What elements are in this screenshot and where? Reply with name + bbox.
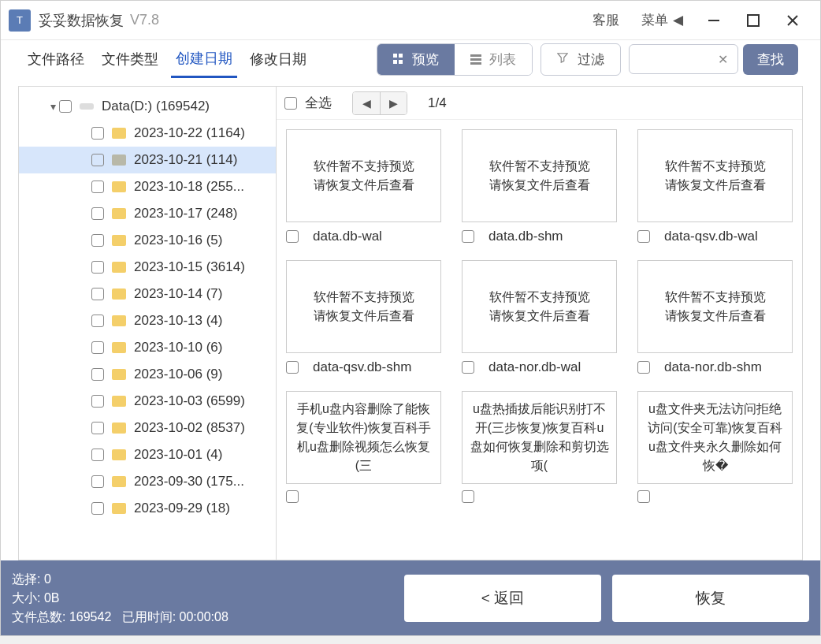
close-button[interactable] bbox=[773, 1, 812, 40]
file-card[interactable]: 软件暂不支持预览请恢复文件后查看 data.db-shm bbox=[462, 129, 617, 244]
file-name: data-qsv.db-shm bbox=[313, 359, 411, 375]
folder-tree[interactable]: ▾ Data(D:) (169542) 2023-10-22 (1164) 20… bbox=[18, 86, 277, 560]
file-checkbox[interactable] bbox=[286, 361, 299, 374]
recover-button[interactable]: 恢复 bbox=[612, 575, 809, 622]
tree-item[interactable]: 2023-10-22 (1164) bbox=[19, 120, 276, 147]
chevron-down-icon: ▾ bbox=[50, 100, 56, 113]
file-card[interactable]: 软件暂不支持预览请恢复文件后查看 data-qsv.db-shm bbox=[286, 260, 441, 375]
tree-item-count: (1164) bbox=[206, 125, 245, 141]
tree-item[interactable]: 2023-10-03 (6599) bbox=[19, 388, 276, 415]
filter-button[interactable]: 过滤 bbox=[541, 43, 621, 76]
disk-icon bbox=[80, 103, 94, 110]
tab-created-date[interactable]: 创建日期 bbox=[171, 41, 237, 78]
tree-checkbox[interactable] bbox=[91, 207, 104, 220]
file-card[interactable]: 软件暂不支持预览请恢复文件后查看 data-nor.db-wal bbox=[462, 260, 617, 375]
file-checkbox[interactable] bbox=[462, 490, 474, 503]
folder-icon bbox=[112, 181, 126, 192]
tree-root[interactable]: ▾ Data(D:) (169542) bbox=[19, 93, 276, 120]
file-card[interactable]: 软件暂不支持预览请恢复文件后查看 data-nor.db-shm bbox=[637, 260, 793, 375]
folder-icon bbox=[112, 208, 126, 219]
prev-page-button[interactable]: ◀ bbox=[353, 92, 380, 114]
tree-checkbox[interactable] bbox=[91, 449, 104, 461]
tree-checkbox[interactable] bbox=[91, 395, 104, 408]
tree-item[interactable]: 2023-10-15 (3614) bbox=[19, 254, 276, 281]
toolbar: 文件路径 文件类型 创建日期 修改日期 预览 列表 过滤 ✕ 查找 bbox=[1, 40, 820, 78]
tab-file-path[interactable]: 文件路径 bbox=[23, 42, 89, 76]
footer-info: 选择: 0 大小: 0B 文件总数: 169542 已用时间: 00:00:08 bbox=[12, 570, 228, 627]
file-checkbox[interactable] bbox=[637, 361, 650, 374]
tree-checkbox[interactable] bbox=[91, 341, 104, 354]
file-card[interactable]: u盘热插拔后能识别打不开(三步恢复)恢复百科u盘如何恢复删除和剪切选项( bbox=[462, 391, 617, 503]
tab-modified-date[interactable]: 修改日期 bbox=[245, 42, 311, 76]
file-thumbnail: 软件暂不支持预览请恢复文件后查看 bbox=[286, 260, 441, 353]
tree-item[interactable]: 2023-09-30 (175... bbox=[19, 468, 276, 495]
tree-item[interactable]: 2023-10-16 (5) bbox=[19, 227, 276, 254]
tree-checkbox[interactable] bbox=[91, 234, 104, 247]
tree-checkbox[interactable] bbox=[91, 127, 104, 140]
file-card[interactable]: u盘文件夹无法访问拒绝访问(安全可靠)恢复百科u盘文件夹永久删除如何恢� bbox=[637, 391, 793, 503]
tree-item-label: 2023-10-10 bbox=[134, 340, 202, 356]
tree-item-label: 2023-10-13 bbox=[134, 313, 202, 329]
tree-item[interactable]: 2023-10-21 (114) bbox=[19, 147, 276, 173]
tree-checkbox[interactable] bbox=[91, 261, 104, 274]
select-all-checkbox[interactable] bbox=[284, 97, 297, 110]
preview-view-button[interactable]: 预览 bbox=[377, 44, 455, 75]
file-checkbox[interactable] bbox=[286, 230, 299, 243]
tree-item[interactable]: 2023-10-06 (9) bbox=[19, 361, 276, 388]
tree-item[interactable]: 2023-10-14 (7) bbox=[19, 281, 276, 307]
tree-item[interactable]: 2023-10-02 (8537) bbox=[19, 415, 276, 441]
tree-item[interactable]: 2023-10-17 (248) bbox=[19, 200, 276, 227]
tree-root-count: (169542) bbox=[156, 99, 210, 114]
file-card[interactable]: 手机u盘内容删除了能恢复(专业软件)恢复百科手机u盘删除视频怎么恢复(三 bbox=[286, 391, 441, 503]
file-grid-scroll[interactable]: 软件暂不支持预览请恢复文件后查看 data.db-wal 软件暂不支持预览请恢复… bbox=[277, 120, 802, 560]
search-button[interactable]: 查找 bbox=[743, 44, 798, 75]
file-checkbox[interactable] bbox=[462, 361, 474, 374]
tree-checkbox[interactable] bbox=[91, 475, 104, 488]
menu-button[interactable]: 菜单 ◀ bbox=[630, 11, 694, 29]
minimize-icon bbox=[707, 13, 721, 28]
tree-item-count: (5) bbox=[206, 233, 223, 248]
file-checkbox[interactable] bbox=[286, 490, 299, 503]
maximize-button[interactable] bbox=[734, 1, 773, 40]
tree-item-label: 2023-10-06 bbox=[134, 367, 202, 382]
customer-service-link[interactable]: 客服 bbox=[581, 11, 630, 29]
file-checkbox[interactable] bbox=[637, 490, 650, 503]
tree-checkbox[interactable] bbox=[91, 181, 104, 193]
tab-file-type[interactable]: 文件类型 bbox=[97, 42, 163, 76]
next-page-button[interactable]: ▶ bbox=[380, 92, 407, 114]
file-checkbox[interactable] bbox=[462, 230, 474, 243]
search-input[interactable] bbox=[636, 45, 715, 73]
app-icon: T bbox=[9, 9, 31, 32]
folder-icon bbox=[112, 423, 126, 434]
tree-checkbox[interactable] bbox=[91, 288, 104, 300]
tree-checkbox[interactable] bbox=[91, 422, 104, 434]
minimize-button[interactable] bbox=[694, 1, 734, 40]
tree-item-label: 2023-10-15 bbox=[134, 259, 202, 275]
tree-item-label: 2023-10-22 bbox=[134, 125, 202, 141]
tree-checkbox[interactable] bbox=[59, 100, 72, 113]
tree-checkbox[interactable] bbox=[91, 502, 104, 515]
tree-item[interactable]: 2023-10-18 (255... bbox=[19, 173, 276, 200]
file-thumbnail: u盘文件夹无法访问拒绝访问(安全可靠)恢复百科u盘文件夹永久删除如何恢� bbox=[637, 391, 793, 484]
list-view-button[interactable]: 列表 bbox=[455, 44, 532, 75]
folder-icon bbox=[112, 262, 126, 273]
tree-item-count: (175... bbox=[206, 474, 244, 490]
file-checkbox[interactable] bbox=[637, 230, 650, 243]
file-thumbnail: 软件暂不支持预览请恢复文件后查看 bbox=[462, 129, 617, 222]
title-bar: T 妥妥数据恢复 V7.8 客服 菜单 ◀ bbox=[1, 1, 820, 40]
tree-item[interactable]: 2023-10-01 (4) bbox=[19, 441, 276, 468]
tree-item-count: (3614) bbox=[206, 259, 245, 275]
folder-icon bbox=[112, 128, 126, 139]
folder-icon bbox=[112, 369, 126, 380]
file-card[interactable]: 软件暂不支持预览请恢复文件后查看 data.db-wal bbox=[286, 129, 441, 244]
tree-item[interactable]: 2023-09-29 (18) bbox=[19, 495, 276, 522]
file-name: data-nor.db-shm bbox=[664, 359, 762, 375]
tree-checkbox[interactable] bbox=[91, 368, 104, 381]
tree-checkbox[interactable] bbox=[91, 315, 104, 327]
file-card[interactable]: 软件暂不支持预览请恢复文件后查看 data-qsv.db-wal bbox=[637, 129, 793, 244]
tree-checkbox[interactable] bbox=[91, 154, 104, 166]
tree-item[interactable]: 2023-10-10 (6) bbox=[19, 334, 276, 361]
tree-item[interactable]: 2023-10-13 (4) bbox=[19, 307, 276, 334]
clear-search-button[interactable]: ✕ bbox=[715, 52, 731, 67]
back-button[interactable]: < 返回 bbox=[404, 575, 601, 622]
